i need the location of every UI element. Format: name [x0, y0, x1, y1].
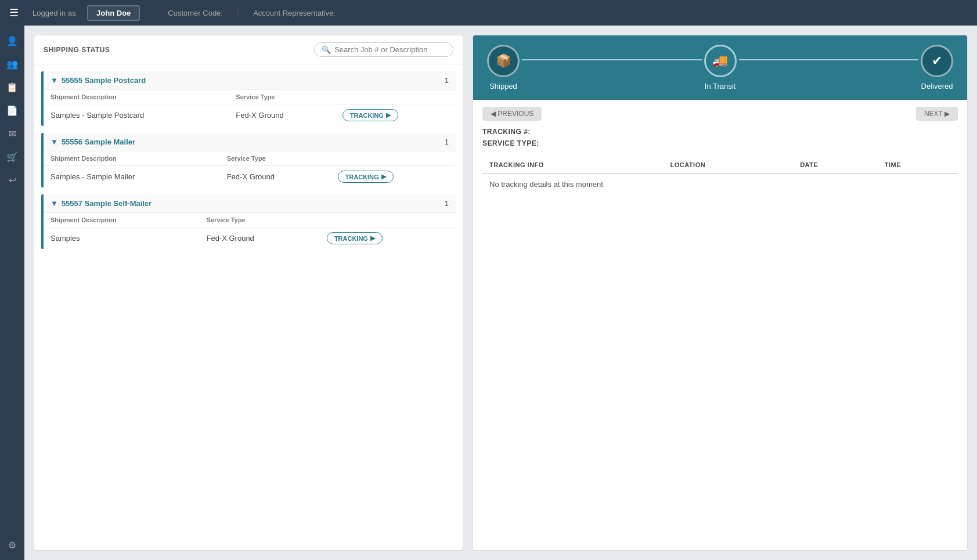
- content-area: SHIPPING STATUS 🔍 ▼ 55555 Sample Postcar…: [24, 26, 977, 560]
- sidebar-item-return[interactable]: ↩: [2, 169, 23, 190]
- arrow-icon: ▶: [370, 234, 375, 242]
- tracking-number-row: TRACKING #:: [482, 128, 958, 136]
- table-row: Samples Fed-X Ground TRACKING ▶: [44, 227, 456, 250]
- job-header-55555: ▼ 55555 Sample Postcard 1: [44, 71, 456, 89]
- col-shipment-desc: Shipment Description: [44, 151, 220, 166]
- shipped-label: Shipped: [489, 82, 517, 91]
- tracking-details-panel: 📦 Shipped 🚚 In Transit ✔ Delivered ◀ PRE…: [473, 35, 968, 551]
- sidebar-item-profile[interactable]: 👤: [2, 30, 23, 51]
- nav-buttons: ◀ PREVIOUS NEXT ▶: [482, 107, 958, 121]
- shipment-desc-cell: Samples - Sample Postcard: [44, 104, 229, 127]
- table-row: Samples - Sample Postcard Fed-X Ground T…: [44, 104, 456, 127]
- job-header-55557: ▼ 55557 Sample Self-Mailer 1: [44, 194, 456, 212]
- col-tracking-info: TRACKING INFO: [482, 157, 664, 174]
- col-shipment-desc: Shipment Description: [44, 213, 199, 227]
- job-title-55555: ▼ 55555 Sample Postcard: [51, 76, 146, 85]
- tracking-btn-cell: TRACKING ▶: [331, 166, 456, 188]
- chevron-down-icon: ▼: [51, 199, 58, 208]
- status-step-shipped: 📦 Shipped: [487, 45, 520, 91]
- status-step-in-transit: 🚚 In Transit: [704, 45, 737, 91]
- col-time: TIME: [878, 157, 958, 174]
- arrow-icon: ▶: [386, 111, 391, 119]
- tracking-details-body: ◀ PREVIOUS NEXT ▶ TRACKING #: SERVICE TY…: [473, 100, 967, 550]
- shipping-status-panel: SHIPPING STATUS 🔍 ▼ 55555 Sample Postcar…: [34, 35, 463, 551]
- tracking-btn-cell: TRACKING ▶: [336, 104, 456, 127]
- status-line-2: [739, 59, 919, 60]
- sidebar-item-mail[interactable]: ✉: [2, 123, 23, 144]
- tracking-button-55557[interactable]: TRACKING ▶: [327, 232, 383, 244]
- tracking-button-55556[interactable]: TRACKING ▶: [338, 171, 394, 183]
- tracking-btn-cell: TRACKING ▶: [320, 227, 456, 250]
- col-service-type: Service Type: [199, 213, 319, 227]
- no-tracking-message: No tracking details at this moment: [482, 174, 958, 194]
- job-table-55555: Shipment Description Service Type Sample…: [44, 89, 456, 126]
- tracking-button-55555[interactable]: TRACKING ▶: [343, 109, 398, 121]
- service-type-cell: Fed-X Ground: [229, 104, 336, 127]
- delivered-label: Delivered: [921, 82, 953, 91]
- tracking-status-bar: 📦 Shipped 🚚 In Transit ✔ Delivered: [473, 35, 967, 100]
- job-header-55556: ▼ 55556 Sample Mailer 1: [44, 133, 456, 151]
- service-type-row: SERVICE TYPE:: [482, 139, 958, 147]
- col-date: DATE: [793, 157, 878, 174]
- job-title-55556: ▼ 55556 Sample Mailer: [51, 138, 135, 146]
- account-rep-label: Account Representative:: [253, 9, 336, 17]
- service-type-cell: Fed-X Ground: [220, 166, 331, 188]
- job-table-55557: Shipment Description Service Type Sample…: [44, 212, 456, 249]
- col-service-type: Service Type: [229, 90, 336, 104]
- no-tracking-row: No tracking details at this moment: [482, 174, 958, 194]
- next-button[interactable]: NEXT ▶: [916, 107, 958, 121]
- username-badge: John Doe: [87, 5, 140, 21]
- col-service-type: Service Type: [220, 151, 331, 166]
- chevron-down-icon: ▼: [51, 76, 58, 85]
- status-line-1: [522, 59, 702, 60]
- previous-button[interactable]: ◀ PREVIOUS: [482, 107, 542, 121]
- in-transit-label: In Transit: [705, 82, 736, 91]
- service-type-cell: Fed-X Ground: [199, 227, 319, 250]
- shipment-desc-cell: Samples: [44, 227, 199, 250]
- shipped-icon: 📦: [487, 45, 520, 77]
- sidebar-item-settings[interactable]: ⚙: [2, 534, 23, 555]
- in-transit-icon: 🚚: [704, 45, 737, 77]
- arrow-icon: ▶: [381, 173, 386, 180]
- shipping-header: SHIPPING STATUS 🔍: [34, 35, 463, 64]
- job-count-55557: 1: [445, 199, 449, 208]
- main-layout: 👤 👥 📋 📄 ✉ 🛒 ↩ ⚙ SHIPPING STATUS 🔍 ▼: [0, 26, 977, 560]
- sidebar-item-users[interactable]: 👥: [2, 53, 23, 74]
- logged-in-label: Logged in as:: [33, 9, 78, 17]
- col-action: [320, 213, 456, 227]
- top-header: ☰ Logged in as: John Doe Customer Code: …: [0, 0, 977, 26]
- sidebar-item-cart[interactable]: 🛒: [2, 146, 23, 167]
- customer-code-label: Customer Code:: [168, 9, 223, 17]
- col-location: LOCATION: [664, 157, 794, 174]
- col-action: [336, 90, 456, 104]
- job-count-55555: 1: [445, 76, 449, 85]
- col-shipment-desc: Shipment Description: [44, 90, 229, 104]
- table-row: Samples - Sample Mailer Fed-X Ground TRA…: [44, 166, 456, 188]
- search-input[interactable]: [334, 45, 446, 54]
- col-action: [331, 151, 456, 166]
- header-divider2: |: [237, 8, 239, 18]
- delivered-icon: ✔: [921, 45, 953, 77]
- job-group-55555: ▼ 55555 Sample Postcard 1 Shipment Descr…: [41, 71, 456, 126]
- sidebar: 👤 👥 📋 📄 ✉ 🛒 ↩ ⚙: [0, 26, 24, 560]
- job-group-55556: ▼ 55556 Sample Mailer 1 Shipment Descrip…: [41, 133, 456, 187]
- search-box[interactable]: 🔍: [314, 42, 453, 57]
- job-count-55556: 1: [445, 138, 449, 146]
- sidebar-item-orders[interactable]: 📋: [2, 77, 23, 97]
- shipment-desc-cell: Samples - Sample Mailer: [44, 166, 220, 188]
- chevron-down-icon: ▼: [51, 138, 58, 146]
- status-step-delivered: ✔ Delivered: [921, 45, 953, 91]
- sidebar-item-documents[interactable]: 📄: [2, 100, 23, 121]
- tracking-table: TRACKING INFO LOCATION DATE TIME No trac…: [482, 157, 958, 194]
- shipping-title: SHIPPING STATUS: [44, 46, 110, 54]
- job-group-55557: ▼ 55557 Sample Self-Mailer 1 Shipment De…: [41, 194, 456, 249]
- job-table-55556: Shipment Description Service Type Sample…: [44, 151, 456, 187]
- search-icon: 🔍: [322, 45, 331, 54]
- job-title-55557: ▼ 55557 Sample Self-Mailer: [51, 199, 152, 208]
- hamburger-icon[interactable]: ☰: [9, 6, 19, 19]
- tracking-meta: TRACKING #: SERVICE TYPE:: [482, 128, 958, 147]
